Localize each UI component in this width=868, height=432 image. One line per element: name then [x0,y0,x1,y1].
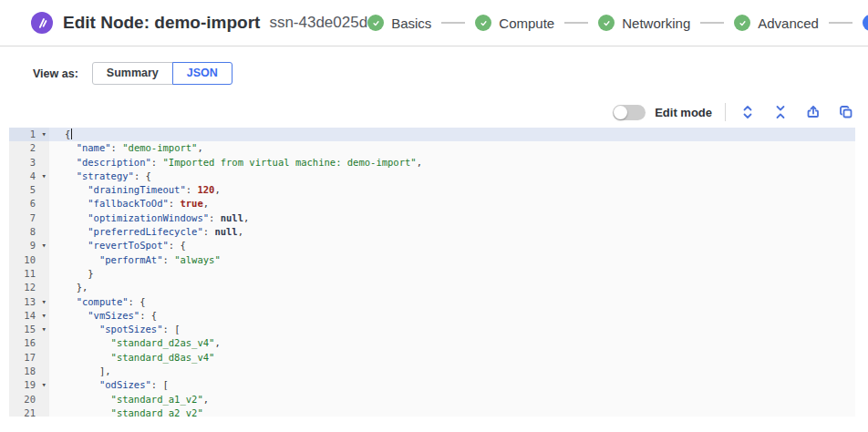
expand-all-icon[interactable] [740,105,755,119]
line-number: 14▾ [9,309,49,323]
step-basics[interactable]: Basics [367,15,431,31]
code-text: "description": "Imported from virtual ma… [49,156,855,170]
code-line[interactable]: 4▾ "strategy": { [9,170,855,183]
step-label: Compute [499,15,554,31]
wizard-stepper: Basics Compute Networking Advanced 5 Rev… [367,15,868,31]
code-text: "revertToSpot": { [49,239,855,252]
line-number: 1▾ [9,128,49,141]
spot-logo-icon [31,12,53,34]
line-number: 16 [9,336,49,350]
code-line[interactable]: 6 "fallbackToOd": true, [9,197,855,211]
line-number: 3 [9,156,49,170]
code-line[interactable]: 5 "drainingTimeout": 120, [9,183,855,197]
line-number: 15▾ [9,323,49,336]
code-line[interactable]: 10 "performAt": "always" [9,253,855,267]
page-title: Edit Node: demo-import [63,13,260,33]
code-line[interactable]: 7 "optimizationWindows": null, [9,211,855,225]
code-line[interactable]: 13▾ "compute": { [9,295,855,309]
code-line[interactable]: 19▾ "odSizes": [ [9,378,855,392]
line-number: 2 [9,141,49,155]
code-lines: 1▾{2 "name": "demo-import",3 "descriptio… [9,128,855,417]
code-line[interactable]: 14▾ "vmSizes": { [9,309,855,323]
json-code-editor[interactable]: 1▾{2 "name": "demo-import",3 "descriptio… [9,128,855,417]
toggle-knob [614,106,627,119]
wizard-header: Edit Node: demo-import ssn-43de025d Basi… [0,0,868,46]
fold-toggle-icon[interactable]: ▾ [42,128,46,141]
step-connector [700,22,724,24]
step-connector [564,22,588,24]
line-number: 19▾ [9,378,49,392]
check-icon [475,15,491,31]
line-number: 5 [9,183,49,197]
code-text: "compute": { [49,295,855,309]
line-number: 21 [9,406,49,417]
fold-toggle-icon[interactable]: ▾ [42,295,46,309]
code-text: "preferredLifecycle": null, [49,225,855,239]
code-text: }, [49,281,855,294]
fold-toggle-icon[interactable]: ▾ [42,170,46,183]
collapse-all-icon[interactable] [773,105,788,119]
code-text: "standard_a1_v2", [49,393,855,406]
fold-toggle-icon[interactable]: ▾ [42,323,46,336]
step-review[interactable]: 5 Review [863,15,868,31]
view-as-summary-button[interactable]: Summary [92,62,173,85]
line-number: 8 [9,225,49,239]
code-line[interactable]: 20 "standard_a1_v2", [9,393,855,406]
code-line[interactable]: 1▾{ [9,128,855,141]
line-number: 4▾ [9,170,49,183]
line-number: 18 [9,365,49,378]
code-line[interactable]: 17 "standard_d8as_v4" [9,351,855,365]
code-text: "standard_a2_v2" [49,406,855,417]
code-line[interactable]: 3 "description": "Imported from virtual … [9,156,855,170]
code-text: "spotSizes": [ [49,323,855,336]
step-networking[interactable]: Networking [598,15,690,31]
check-icon [734,15,750,31]
check-icon [598,15,615,31]
code-text: "name": "demo-import", [49,141,855,155]
code-line[interactable]: 12 }, [9,281,855,294]
code-text: "fallbackToOd": true, [49,197,855,211]
view-as-json-button[interactable]: JSON [172,62,232,85]
line-number: 11 [9,267,49,281]
text-cursor [71,129,73,139]
fold-toggle-icon[interactable]: ▾ [42,239,46,252]
code-line[interactable]: 2 "name": "demo-import", [9,141,855,155]
check-icon [367,15,384,31]
code-text: "performAt": "always" [49,253,855,267]
step-label: Advanced [758,15,819,31]
code-line[interactable]: 9▾ "revertToSpot": { [9,239,855,252]
step-connector [829,22,852,24]
code-text: "odSizes": [ [49,378,855,392]
code-text: ], [49,365,855,378]
step-advanced[interactable]: Advanced [734,15,819,31]
code-line[interactable]: 18 ], [9,365,855,378]
code-line[interactable]: 16 "standard_d2as_v4", [9,336,855,350]
view-as-segmented-control: Summary JSON [92,62,232,85]
edit-mode-label: Edit mode [655,106,712,119]
line-number: 13▾ [9,295,49,309]
editor-actions [740,105,853,119]
line-number: 7 [9,211,49,225]
line-number: 10 [9,253,49,267]
code-line[interactable]: 11 } [9,267,855,281]
code-line[interactable]: 15▾ "spotSizes": [ [9,323,855,336]
fold-toggle-icon[interactable]: ▾ [42,378,46,392]
step-compute[interactable]: Compute [475,15,554,31]
code-line[interactable]: 21 "standard_a2_v2" [9,406,855,417]
edit-mode-toggle[interactable] [613,105,646,120]
code-text: "vmSizes": { [49,309,855,323]
line-number: 12 [9,281,49,294]
copy-icon[interactable] [839,105,853,119]
line-number: 20 [9,393,49,406]
export-icon[interactable] [806,105,821,119]
code-line[interactable]: 8 "preferredLifecycle": null, [9,225,855,239]
step-label: Basics [391,15,431,31]
code-text: { [49,128,855,141]
code-text: } [49,267,855,281]
line-number: 17 [9,351,49,365]
line-number: 6 [9,197,49,211]
step-label: Networking [622,15,690,31]
code-text: "standard_d2as_v4", [49,336,855,350]
fold-toggle-icon[interactable]: ▾ [42,309,46,323]
step-connector [441,22,465,24]
